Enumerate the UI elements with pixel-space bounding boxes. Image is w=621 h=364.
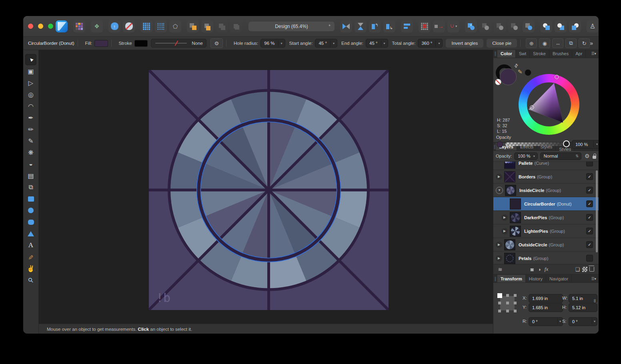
ellipse-tool[interactable] bbox=[25, 205, 36, 216]
start-angle-field[interactable]: 45 °▾ bbox=[315, 39, 337, 48]
layers-scrollbar[interactable] bbox=[596, 170, 598, 252]
opacity-slider-knob[interactable] bbox=[563, 140, 570, 147]
boolean-add-button[interactable]: + bbox=[465, 20, 477, 32]
arrange-to-back-button[interactable] bbox=[201, 20, 213, 32]
s-field[interactable]: 0 °▾ bbox=[569, 317, 597, 326]
layer-row-lighterpies[interactable]: ▶LighterPies(Group)✓ bbox=[493, 224, 599, 238]
layer-thumbnail[interactable] bbox=[505, 240, 515, 250]
transparency-tool[interactable]: ◒ bbox=[25, 158, 36, 170]
color-picker-tool[interactable]: ✐ bbox=[25, 251, 36, 262]
layer-row-circularborder[interactable]: CircularBorder(Donut)✓ bbox=[493, 197, 599, 211]
toolbar-overflow-chevron[interactable]: » bbox=[590, 40, 595, 46]
sl-marker[interactable] bbox=[530, 105, 534, 110]
view-tool[interactable]: ✌ bbox=[25, 263, 36, 274]
hole-radius-field[interactable]: 96 %▾ bbox=[260, 39, 285, 48]
opacity-value-field[interactable]: 100 % ▾ bbox=[572, 140, 599, 149]
flip-vertical-button[interactable] bbox=[355, 20, 367, 32]
pen-tool[interactable]: ✒ bbox=[25, 112, 36, 123]
unstyle-button[interactable] bbox=[123, 20, 135, 32]
layer-thumbnail[interactable] bbox=[505, 172, 515, 182]
mask-layer-icon[interactable]: ◙ bbox=[529, 266, 536, 272]
color-wheel[interactable] bbox=[519, 74, 579, 135]
chevron-down-icon[interactable]: ▾ bbox=[278, 40, 283, 46]
arrange-backward-button[interactable] bbox=[230, 20, 242, 32]
anchor-dot[interactable] bbox=[514, 294, 517, 297]
insert-on-top-button[interactable] bbox=[555, 20, 567, 32]
layer-thumbnail[interactable] bbox=[510, 212, 521, 223]
no-color-swatch[interactable] bbox=[495, 79, 501, 85]
blend-mode-field[interactable]: Normal ⇅ bbox=[540, 152, 581, 160]
convert-to-curves-button[interactable]: ⬠ bbox=[169, 20, 181, 32]
pencil-tool[interactable]: ✏ bbox=[25, 124, 36, 135]
triangle-tool[interactable] bbox=[25, 228, 36, 239]
vector-brush-tool[interactable]: ✎ bbox=[25, 135, 36, 146]
layer-thumbnail[interactable] bbox=[505, 162, 515, 168]
layer-thumbnail[interactable] bbox=[505, 253, 515, 264]
layer-visibility-checkbox[interactable]: ✓ bbox=[586, 228, 593, 234]
h-field[interactable]: 5.12 in bbox=[569, 303, 597, 312]
expand-arrow-icon[interactable]: ▶ bbox=[496, 255, 502, 262]
hue-marker[interactable] bbox=[555, 75, 559, 79]
boolean-xor-button[interactable] bbox=[508, 20, 520, 32]
expand-arrow-icon[interactable]: ▶ bbox=[496, 242, 502, 248]
move-tool[interactable]: ► bbox=[25, 54, 36, 65]
stroke-swatch[interactable] bbox=[134, 40, 148, 47]
corner-tool[interactable]: ◠ bbox=[25, 100, 36, 112]
lock-icon[interactable] bbox=[593, 156, 596, 159]
fill-tool[interactable]: ❋ bbox=[25, 147, 36, 158]
tab-navigator[interactable]: Navigator bbox=[546, 275, 572, 282]
layer-options-icon[interactable]: ≋ bbox=[497, 266, 504, 272]
layer-visibility-checkbox[interactable]: ✓ bbox=[586, 241, 593, 248]
stroke-width-widget[interactable]: None bbox=[151, 39, 206, 48]
transform-around-center-button[interactable]: ↻ bbox=[579, 38, 590, 48]
zoom-window-button[interactable] bbox=[48, 24, 53, 29]
anchor-dot[interactable] bbox=[514, 310, 517, 312]
y-field[interactable]: 1.685 in bbox=[529, 303, 563, 312]
tab-transform[interactable]: Transform bbox=[497, 275, 526, 282]
blend-options-gear-icon[interactable]: ⚙ bbox=[585, 153, 590, 159]
anchor-dot[interactable] bbox=[498, 310, 501, 312]
layer-visibility-checkbox[interactable]: ✓ bbox=[586, 173, 593, 180]
node-tool[interactable]: ▷ bbox=[25, 77, 36, 88]
boolean-divide-button[interactable] bbox=[523, 20, 535, 32]
anchor-point-selector[interactable] bbox=[498, 294, 517, 312]
layer-row-darkerpies[interactable]: ▶DarkerPies(Group)✓ bbox=[493, 211, 599, 224]
close-pie-button[interactable]: Close pie bbox=[487, 39, 517, 48]
transform-objects-separately-button[interactable]: ⧉ bbox=[565, 38, 577, 48]
layer-visibility-checkbox[interactable]: ✓ bbox=[586, 200, 593, 207]
layer-thumbnail[interactable] bbox=[510, 226, 521, 236]
x-field[interactable]: 1.699 in bbox=[529, 294, 563, 303]
chevron-down-icon[interactable]: ▾ bbox=[593, 141, 599, 147]
layer-thumbnail[interactable] bbox=[505, 185, 516, 196]
canvas-viewport[interactable]: !b bbox=[39, 50, 493, 324]
swap-fill-stroke-icon[interactable]: ⇄ bbox=[513, 62, 520, 69]
tab-stroke[interactable]: Stroke bbox=[530, 50, 549, 58]
layer-visibility-checkbox[interactable] bbox=[586, 162, 593, 166]
link-dimensions-icon[interactable]: ∞ bbox=[592, 299, 598, 303]
expand-arrow-icon[interactable]: ▶ bbox=[501, 228, 508, 234]
expand-arrow-icon[interactable]: ▶ bbox=[496, 174, 502, 180]
adjustment-layer-icon[interactable]: ◑ bbox=[536, 266, 543, 272]
expand-arrow-icon[interactable]: ▶ bbox=[501, 214, 508, 221]
designer-persona-button[interactable] bbox=[56, 20, 68, 32]
tab-apr[interactable]: Apr bbox=[572, 50, 586, 58]
layer-row-borders[interactable]: ▶Borders(Group)✓ bbox=[493, 170, 599, 184]
artboard[interactable]: !b bbox=[149, 70, 389, 310]
snap-grid-button[interactable] bbox=[140, 20, 152, 32]
fx-icon[interactable]: fx bbox=[543, 266, 550, 272]
arrange-forward-button[interactable] bbox=[216, 20, 228, 32]
add-layer-icon[interactable]: ❏ bbox=[574, 266, 581, 272]
fill-swatch[interactable] bbox=[94, 40, 108, 47]
snap-pixel-grid-button[interactable] bbox=[155, 20, 167, 32]
tab-history[interactable]: History bbox=[526, 275, 546, 282]
stroke-properties-button[interactable]: ⚙ bbox=[210, 38, 223, 48]
export-persona-button[interactable]: ❖ bbox=[91, 20, 103, 32]
cycle-selection-box-button[interactable]: ◉ bbox=[539, 38, 550, 48]
anchor-dot[interactable] bbox=[498, 302, 501, 304]
layer-visibility-checkbox[interactable] bbox=[586, 255, 593, 262]
anchor-dot[interactable] bbox=[506, 302, 509, 304]
artistic-text-tool[interactable]: A bbox=[25, 240, 36, 251]
panel-menu-icon[interactable]: ☰▾ bbox=[591, 50, 599, 58]
chevron-down-icon[interactable]: ▾ bbox=[531, 153, 536, 159]
flip-horizontal-button[interactable] bbox=[340, 20, 352, 32]
